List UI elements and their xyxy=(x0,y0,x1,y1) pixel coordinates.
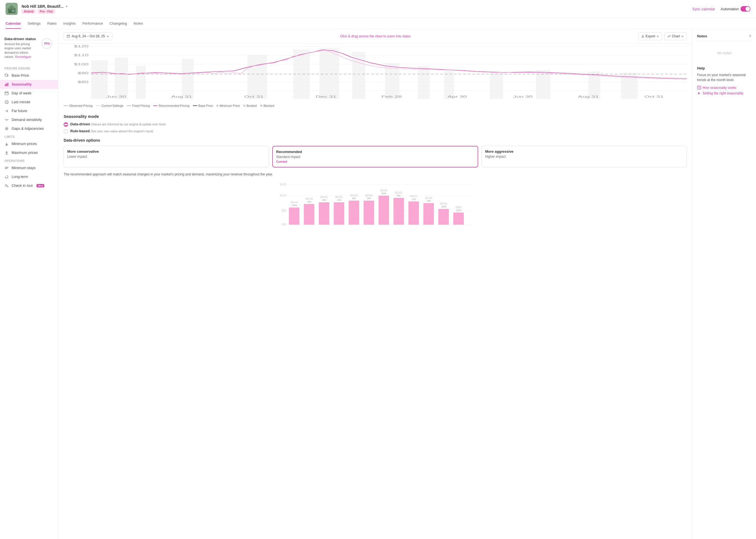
property-info: Nob Hill 1BR, Beautif... ▼ Airbnb Pro · … xyxy=(22,4,68,14)
sidebar-item-gaps-adjacencies[interactable]: Gaps & Adjacencies xyxy=(0,124,58,133)
option-aggressive[interactable]: More aggressive Higher impact xyxy=(482,146,687,167)
radio-data-driven-circle[interactable] xyxy=(64,122,68,127)
svg-text:Oct 31: Oct 31 xyxy=(244,95,264,98)
radio-data-driven-desc: (Values are informed by our engine & upd… xyxy=(91,122,166,126)
chart-toolbar: Aug 6, 24 – Oct 28, 25 Click & drag acro… xyxy=(58,29,692,44)
nav-calendar[interactable]: Calendar xyxy=(6,18,21,29)
legend-base: Base Price xyxy=(193,104,213,107)
sidebar-check-in-out-label: Check in /out xyxy=(12,184,33,188)
svg-text:($130): ($130) xyxy=(380,189,387,192)
sidebar-far-future-label: Far future xyxy=(12,109,27,113)
option-recommended[interactable]: Recommended Standard impact Current xyxy=(272,146,478,167)
sidebar-item-last-minute[interactable]: Last minute xyxy=(0,98,58,107)
chart-label: Chart xyxy=(672,34,680,38)
chart-legend: Observed Pricing Current Settings Fixed … xyxy=(58,102,692,110)
notes-header: Notes + xyxy=(697,34,752,38)
wave-icon xyxy=(4,117,9,122)
automation-toggle[interactable]: Automation xyxy=(720,6,750,12)
notes-empty-text: No notes xyxy=(697,45,752,61)
arrow-up-icon xyxy=(4,151,9,155)
data-driven-options-title: Data-driven options xyxy=(64,138,687,142)
app-body: 75% Data-driven status Amount the pricin… xyxy=(0,29,756,539)
legend-booked: Booked xyxy=(243,104,257,107)
svg-rect-123 xyxy=(698,87,700,89)
export-button[interactable]: Export xyxy=(638,33,662,40)
help-link-right-seasonality[interactable]: Setting the right seasonality xyxy=(697,91,752,95)
date-range-button[interactable]: Aug 6, 24 – Oct 28, 25 xyxy=(64,33,113,40)
legend-dot-min xyxy=(216,105,219,107)
svg-rect-54 xyxy=(91,60,108,99)
nav-notes[interactable]: Notes xyxy=(134,18,143,29)
svg-text:-2%: -2% xyxy=(337,199,341,201)
nav-performance[interactable]: Performance xyxy=(82,18,103,29)
sidebar-item-min-stays[interactable]: Minimum stays xyxy=(0,164,58,172)
legend-observed: Observed Pricing xyxy=(64,104,92,107)
svg-rect-57 xyxy=(182,59,194,99)
sidebar-item-base-price[interactable]: Base Price xyxy=(0,71,58,80)
new-badge: New xyxy=(37,184,44,187)
seasonality-section: Seasonality mode Data-driven (Values are… xyxy=(58,110,692,241)
bar-chart-icon xyxy=(4,82,9,87)
property-badges: Airbnb Pro · Flat xyxy=(22,9,68,14)
svg-text:6%: 6% xyxy=(397,194,401,197)
calendar-small-icon xyxy=(67,35,70,38)
help-link-seasonality-works[interactable]: How seasonality works xyxy=(697,86,752,90)
toggle-switch[interactable] xyxy=(740,6,750,12)
legend-line-base xyxy=(193,106,197,106)
legend-booked-label: Booked xyxy=(247,104,257,107)
radio-data-driven[interactable]: Data-driven (Values are informed by our … xyxy=(64,122,687,127)
sidebar-day-of-week-label: Day of week xyxy=(12,91,32,95)
sidebar-item-far-future[interactable]: Far future xyxy=(0,107,58,116)
svg-text:($116): ($116) xyxy=(336,195,342,198)
radio-rule-based[interactable]: Rule-based (Set your own value absent th… xyxy=(64,129,687,134)
svg-text:($118): ($118) xyxy=(350,194,357,197)
chart-hint: Click & drag across the chart to zoom in… xyxy=(116,34,635,38)
airbnb-badge[interactable]: Airbnb xyxy=(22,9,36,14)
export-icon xyxy=(641,35,644,38)
reconfigure-link[interactable]: Reconfigure xyxy=(15,55,31,58)
sidebar-item-seasonality[interactable]: Seasonality xyxy=(0,80,58,89)
svg-text:-22%: -22% xyxy=(455,209,461,212)
notes-add-button[interactable]: + xyxy=(748,34,752,38)
operations-label: OPERATIONS xyxy=(0,157,58,164)
sidebar-item-long-term[interactable]: Long-term xyxy=(0,172,58,181)
sidebar-item-day-of-week[interactable]: Day of week xyxy=(0,89,58,98)
svg-text:-4%: -4% xyxy=(307,200,311,203)
legend-fixed-label: Fixed Pricing xyxy=(132,104,150,107)
book-icon xyxy=(697,86,701,90)
grid-icon xyxy=(4,126,9,131)
sidebar-base-price-label: Base Price xyxy=(12,73,29,77)
svg-rect-105 xyxy=(379,195,389,225)
rotate-icon xyxy=(4,175,9,179)
nav-changelog[interactable]: Changelog xyxy=(110,18,127,29)
legend-recommended: Recommended Pricing xyxy=(153,104,189,107)
nav-settings[interactable]: Settings xyxy=(28,18,41,29)
radio-group: Data-driven (Values are informed by our … xyxy=(64,122,687,134)
svg-text:-2%: -2% xyxy=(322,199,326,201)
chart-view-button[interactable]: Chart xyxy=(664,33,687,40)
pricing-engine-label: PRICING ENGINE xyxy=(0,65,58,71)
sidebar-item-demand-sensitivity[interactable]: Demand sensitivity xyxy=(0,116,58,124)
sidebar-seasonality-label: Seasonality xyxy=(12,82,32,86)
radio-data-driven-label: Data-driven xyxy=(70,122,90,126)
price-chart-svg: $120 $110 $100 $90 $80 xyxy=(64,44,687,102)
radio-rule-based-text: Rule-based (Set your own value absent th… xyxy=(70,129,153,133)
option-conservative[interactable]: More conservative Lower impact xyxy=(64,146,269,167)
legend-min-price: Minimum Price xyxy=(216,104,240,107)
svg-text:($113): ($113) xyxy=(306,197,313,200)
nav-insights[interactable]: Insights xyxy=(63,18,76,29)
radio-rule-based-circle[interactable] xyxy=(64,129,68,134)
nav-rates[interactable]: Rates xyxy=(47,18,57,29)
monthly-bar-chart: $160 $120 $80 $40 -12% ($104) xyxy=(64,181,687,237)
sidebar-item-max-prices[interactable]: Maximum prices xyxy=(0,148,58,157)
sidebar-item-check-in-out[interactable]: Check in /out New xyxy=(0,181,58,190)
sidebar-item-min-prices[interactable]: Minimum prices xyxy=(0,139,58,148)
svg-rect-120 xyxy=(453,212,464,225)
radio-rule-based-desc: (Set your own value absent the engine's … xyxy=(91,129,153,133)
svg-text:75%: 75% xyxy=(44,42,50,45)
sidebar-gaps-label: Gaps & Adjacencies xyxy=(12,126,44,130)
sync-calendar-button[interactable]: Sync calendar xyxy=(692,7,715,11)
pro-badge[interactable]: Pro · Flat xyxy=(38,9,55,14)
property-name-row[interactable]: Nob Hill 1BR, Beautif... ▼ xyxy=(22,4,68,9)
progress-ring-container: 75% xyxy=(40,37,53,51)
